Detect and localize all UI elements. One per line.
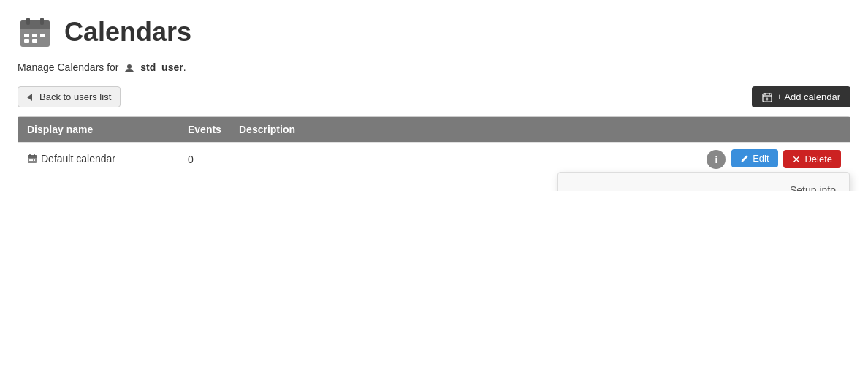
col-header-actions	[698, 117, 850, 143]
cell-events: 0	[179, 143, 230, 176]
edit-icon	[740, 154, 749, 163]
setup-popup-title: Setup info	[571, 184, 836, 191]
add-calendar-label: + Add calendar	[777, 91, 840, 102]
back-button-label: Back to users list	[39, 91, 111, 102]
delete-icon: ✕	[792, 154, 801, 165]
svg-point-10	[127, 64, 132, 69]
delete-button-label: Delete	[804, 154, 832, 165]
svg-rect-22	[29, 159, 31, 161]
svg-rect-19	[28, 156, 37, 158]
toolbar: Back to users list + Add calendar	[18, 86, 850, 107]
cell-actions: i Edit ✕ Delete Setup info	[698, 143, 850, 176]
col-header-display-name: Display name	[18, 117, 179, 143]
svg-rect-7	[40, 34, 45, 37]
cell-description	[230, 143, 698, 176]
col-header-events: Events	[179, 117, 230, 143]
calendars-table-container: Display name Events Description	[18, 116, 850, 176]
subtitle: Manage Calendars for std_user.	[18, 61, 850, 73]
edit-button-label: Edit	[753, 153, 769, 164]
row-calendar-icon	[27, 154, 37, 164]
table-header-row: Display name Events Description	[18, 117, 850, 143]
info-button[interactable]: i	[707, 150, 726, 169]
svg-rect-5	[24, 34, 29, 37]
svg-rect-6	[32, 34, 37, 37]
cell-display-name: Default calendar	[18, 143, 179, 176]
delete-button[interactable]: ✕ Delete	[783, 150, 841, 168]
calendar-add-icon	[762, 92, 772, 102]
page-header: Calendars	[18, 15, 850, 50]
table-row: Default calendar 0 i Edit ✕	[18, 143, 850, 176]
col-header-description: Description	[230, 117, 698, 143]
svg-rect-2	[20, 25, 50, 29]
svg-rect-21	[34, 154, 35, 156]
setup-info-popup: Setup info URI http://192.168.1.216/dav.…	[557, 172, 850, 191]
svg-rect-24	[34, 159, 35, 161]
svg-rect-20	[29, 154, 31, 156]
svg-rect-23	[31, 159, 33, 161]
svg-rect-4	[40, 18, 44, 25]
svg-rect-9	[32, 39, 37, 43]
edit-button[interactable]: Edit	[731, 149, 777, 167]
subtitle-username: std_user	[140, 61, 183, 73]
calendars-table: Display name Events Description	[18, 117, 850, 176]
add-calendar-button[interactable]: + Add calendar	[752, 86, 850, 107]
svg-rect-8	[24, 39, 29, 43]
calendar-icon	[18, 15, 53, 50]
chevron-left-icon	[27, 94, 32, 101]
svg-rect-3	[26, 18, 30, 25]
user-icon	[124, 63, 134, 73]
page-title: Calendars	[64, 17, 191, 48]
back-to-users-button[interactable]: Back to users list	[18, 86, 121, 107]
